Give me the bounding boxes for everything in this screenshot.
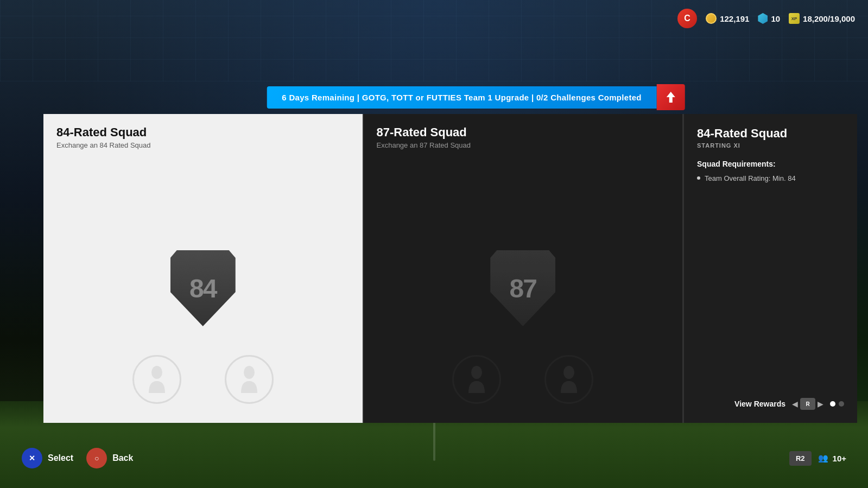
xp-icon: XP [789,13,800,24]
card-84-header: 84-Rated Squad Exchange an 84 Rated Squa… [43,114,363,154]
coins-icon [706,13,717,24]
nav-arrow-right: ▶ [818,400,823,408]
requirements-heading: Squad Requirements: [697,160,844,168]
card-84-ghost-icons [43,336,363,423]
svg-marker-0 [667,92,675,103]
r2-badge[interactable]: R2 [789,451,812,466]
select-label: Select [48,453,73,463]
svg-point-3 [471,366,482,379]
requirement-bullet-0 [697,176,700,180]
card-87-header: 87-Rated Squad Exchange an 87 Rated Squa… [364,114,683,154]
shield-icon [758,13,768,24]
panel-subtitle: STARTING XI [697,142,844,149]
bottom-left-controls: ✕ Select ○ Back [22,448,133,468]
circle-button[interactable]: ○ [86,448,107,468]
nav-arrow-left: ◀ [792,400,798,408]
nav-r-controls: ◀ R ▶ [792,398,823,410]
ghost-player-icon-3 [452,355,501,404]
shield-badge-87: 87 [490,250,555,326]
requirements-section: Squad Requirements: Team Overall Rating:… [697,160,844,183]
coins-value: 122,191 [720,14,749,23]
bottom-bar: ✕ Select ○ Back R2 👥 10+ [0,428,868,488]
card-84-rated[interactable]: 84-Rated Squad Exchange an 84 Rated Squa… [43,114,363,423]
card-87-subtitle: Exchange an 87 Rated Squad [377,141,670,149]
x-button[interactable]: ✕ [22,448,42,468]
back-label: Back [112,453,133,463]
header: C 122,191 10 XP 18,200/19,000 [664,0,868,37]
ghost-player-icon-4 [544,355,593,404]
panel-title: 84-Rated Squad [697,127,844,140]
coins-display: 122,191 [706,13,749,24]
requirement-item-0: Team Overall Rating: Min. 84 [697,174,844,183]
svg-point-2 [244,366,255,379]
card-84-title: 84-Rated Squad [56,126,350,139]
card-87-title: 87-Rated Squad [377,126,670,139]
requirement-text-0: Team Overall Rating: Min. 84 [705,174,796,183]
shield-number-84: 84 [189,274,216,303]
profile-icon[interactable]: C [677,9,697,28]
ghost-player-icon-2 [225,355,274,404]
squad-count: 10+ [833,454,846,463]
nav-dot-1 [830,401,835,407]
card-87-rated[interactable]: 87-Rated Squad Exchange an 87 Rated Squa… [364,114,683,423]
squad-size-badge: 👥 10+ [818,453,846,463]
shield-badge-84: 84 [170,250,236,326]
select-control[interactable]: ✕ Select [22,448,73,468]
shield-number-87: 87 [510,274,536,303]
nav-dots [830,401,844,407]
xp-value: 18,200/19,000 [803,14,855,23]
main-content: 84-Rated Squad Exchange an 84 Rated Squa… [43,114,857,423]
nav-dot-2 [839,401,844,407]
ghost-player-icon-1 [132,355,181,404]
card-87-ghost-icons [364,336,683,423]
card-84-subtitle: Exchange an 84 Rated Squad [56,141,350,149]
xp-display: XP 18,200/19,000 [789,13,855,24]
detail-panel: 84-Rated Squad STARTING XI Squad Require… [683,114,857,423]
bottom-right-controls: R2 👥 10+ [789,451,846,466]
svg-point-1 [151,366,162,379]
back-control[interactable]: ○ Back [86,448,133,468]
squad-icon: 👥 [818,453,828,463]
view-rewards-label: View Rewards [734,400,785,408]
svg-point-4 [563,366,574,379]
r-button[interactable]: R [800,398,815,410]
banner-text: 6 Days Remaining | GOTG, TOTT or FUTTIES… [267,86,657,109]
panel-footer: View Rewards ◀ R ▶ [697,398,844,410]
event-banner: 6 Days Remaining | GOTG, TOTT or FUTTIES… [267,84,685,110]
banner-up-icon [657,84,685,110]
shield-value: 10 [771,14,780,23]
shield-display: 10 [758,13,780,24]
